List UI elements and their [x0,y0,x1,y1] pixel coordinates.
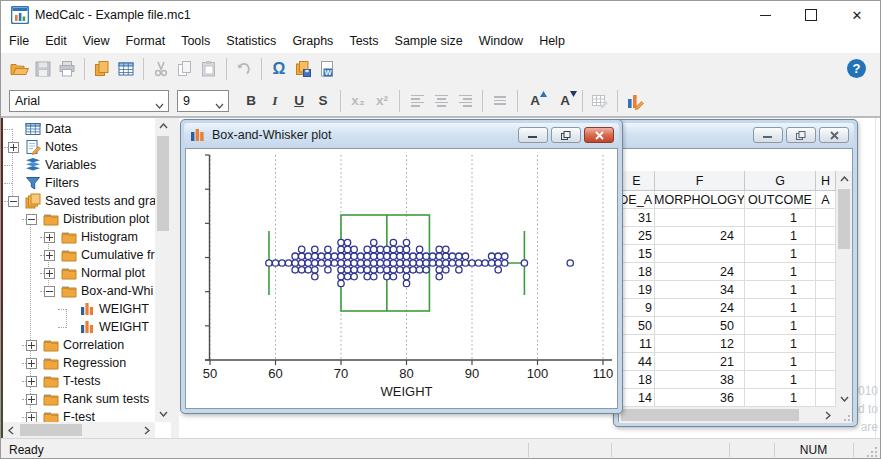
font-family-combo[interactable]: Arial [9,90,169,112]
data-cell[interactable]: 1 [745,353,816,371]
data-cell[interactable]: 14 [619,389,655,407]
panel-splitter[interactable] [171,118,179,438]
save-icon[interactable] [31,57,55,81]
expand-icon[interactable] [26,394,37,405]
menu-file[interactable]: File [1,34,37,48]
sheet-vscroll-thumb[interactable] [838,189,850,249]
data-cell[interactable]: 18 [619,263,655,281]
tree-vscroll-thumb[interactable] [157,136,169,231]
sheet-resize-corner[interactable] [836,407,852,423]
boxplot-minimize-button[interactable] [518,127,548,143]
data-cell[interactable] [655,245,745,263]
data-cell[interactable]: 1 [745,317,816,335]
expand-icon[interactable] [8,142,19,153]
menu-tests[interactable]: Tests [341,34,386,48]
collapse-icon[interactable] [44,286,55,297]
print-icon[interactable] [55,57,79,81]
data-cell[interactable]: 31 [619,209,655,227]
align-center-button[interactable] [429,89,453,113]
align-left-button[interactable] [405,89,429,113]
underline-button[interactable]: U [287,89,311,113]
menu-help[interactable]: Help [531,34,573,48]
tree-item-box-and-whi[interactable]: Box-and-Whi [3,282,153,300]
data-cell[interactable]: 24 [655,263,745,281]
data-cell[interactable] [816,227,836,245]
menu-tools[interactable]: Tools [173,34,218,48]
varname-cell[interactable]: OUTCOME [745,191,816,209]
data-cell[interactable]: 25 [619,227,655,245]
spreadsheet-close-button[interactable] [819,127,849,143]
data-cell[interactable] [816,281,836,299]
expand-icon[interactable] [44,268,55,279]
menu-graphs[interactable]: Graphs [284,34,341,48]
expand-icon[interactable] [44,232,55,243]
tree-item-notes[interactable]: Notes [3,138,78,156]
resize-grip[interactable] [866,446,878,458]
export-word-icon[interactable]: W [315,57,339,81]
edit-table-button[interactable] [588,89,612,113]
data-cell[interactable] [816,317,836,335]
tree-item-rank-sum-tests[interactable]: Rank sum tests [3,390,149,408]
tree-item-data[interactable]: Data [3,120,71,138]
data-cell[interactable]: 1 [745,299,816,317]
menu-view[interactable]: View [75,34,118,48]
spreadsheet-minimize-button[interactable] [753,127,783,143]
varname-cell[interactable]: A [816,191,836,209]
font-size-combo[interactable]: 9 [177,90,229,112]
menu-format[interactable]: Format [118,34,174,48]
close-button[interactable]: ✕ [834,1,880,29]
tree-item-filters[interactable]: Filters [3,174,79,192]
tree-hscrollbar[interactable] [3,422,155,438]
tree-scroll-left-icon[interactable] [3,422,19,438]
data-cell[interactable]: 50 [619,317,655,335]
bold-button[interactable]: B [239,89,263,113]
data-cell[interactable]: 15 [619,245,655,263]
sheet-vscrollbar[interactable] [836,171,852,407]
list-button[interactable] [488,89,512,113]
expand-icon[interactable] [44,250,55,261]
paste-icon[interactable] [197,57,221,81]
data-cell[interactable] [816,371,836,389]
data-cell[interactable]: 38 [655,371,745,389]
column-header-F[interactable]: F [655,171,745,191]
data-cell[interactable]: 1 [745,245,816,263]
data-cell[interactable]: 11 [619,335,655,353]
data-cell[interactable]: 12 [655,335,745,353]
tree-item-normal-plot[interactable]: Normal plot [3,264,145,282]
data-cell[interactable]: 1 [745,389,816,407]
strikethrough-button[interactable]: S [311,89,335,113]
increase-font-button[interactable]: A [523,89,547,113]
data-cell[interactable]: 18 [619,371,655,389]
copy-icon[interactable] [173,57,197,81]
collapse-icon[interactable] [26,214,37,225]
column-header-E[interactable]: E [619,171,655,191]
data-cell[interactable]: 1 [745,371,816,389]
undo-icon[interactable] [232,57,256,81]
expand-icon[interactable] [26,358,37,369]
expand-icon[interactable] [26,412,37,423]
omega-icon[interactable]: Ω [267,57,291,81]
data-cell[interactable] [816,209,836,227]
help-icon[interactable]: ? [847,59,866,78]
collapse-icon[interactable] [8,196,19,207]
spreadsheet-icon[interactable] [114,57,138,81]
tree-item-correlation[interactable]: Correlation [3,336,124,354]
align-right-button[interactable] [453,89,477,113]
tree-scroll-down-icon[interactable] [155,406,171,422]
duplicate-sheet-icon[interactable] [90,57,114,81]
data-cell[interactable] [655,209,745,227]
expand-icon[interactable] [26,340,37,351]
data-cell[interactable]: 36 [655,389,745,407]
data-cell[interactable]: 9 [619,299,655,317]
data-cell[interactable] [816,299,836,317]
tree-item-distribution-plot[interactable]: Distribution plot [3,210,149,228]
tree-item-t-tests[interactable]: T-tests [3,372,101,390]
data-cell[interactable]: 24 [655,299,745,317]
varname-cell[interactable]: DE_A [619,191,655,209]
data-cell[interactable] [816,245,836,263]
decrease-font-button[interactable]: A [553,89,577,113]
tree-item-weight[interactable]: WEIGHT [3,300,149,318]
data-cell[interactable]: 1 [745,335,816,353]
tree-item-f-test[interactable]: F-test [3,408,95,422]
subscript-button[interactable]: x₂ [346,89,370,113]
